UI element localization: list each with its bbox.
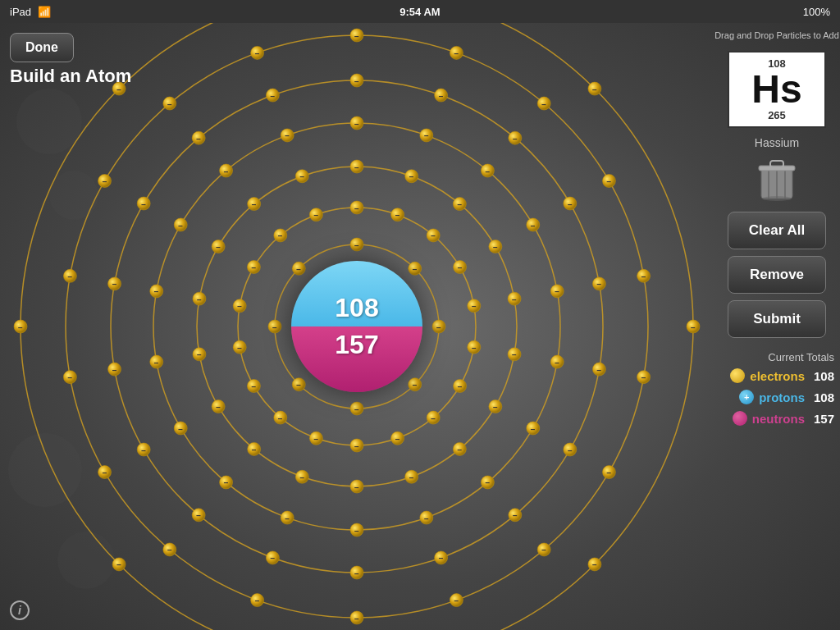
svg-text:−: − [409,172,414,181]
svg-text:−: − [439,554,444,563]
svg-text:−: − [252,382,257,391]
svg-text:−: − [354,120,359,129]
svg-text:−: − [154,287,159,296]
svg-text:−: − [541,100,546,109]
svg-text:−: − [531,425,536,434]
svg-text:−: − [597,366,602,375]
svg-text:−: − [299,172,304,181]
svg-text:−: − [424,131,429,140]
svg-text:−: − [354,77,359,86]
svg-text:−: − [196,135,201,144]
device-label: iPad [10,6,31,18]
svg-text:−: − [285,131,290,140]
svg-text:−: − [18,323,23,332]
svg-text:−: − [141,200,146,209]
submit-button[interactable]: Submit [728,300,826,338]
svg-point-230 [762,196,792,201]
element-mass: 265 [734,109,819,121]
svg-text:−: − [395,211,400,220]
svg-text:−: − [454,49,459,58]
svg-text:−: − [512,295,517,304]
svg-text:−: − [67,272,72,281]
svg-text:−: − [67,373,72,382]
status-left: iPad 📶 [10,6,51,18]
proton-dot: + [739,390,754,404]
svg-text:−: − [354,163,359,172]
svg-text:−: − [457,200,462,209]
element-symbol: Hs [734,70,819,109]
svg-text:−: − [252,445,257,454]
svg-text:−: − [354,241,359,250]
svg-text:−: − [270,92,275,101]
svg-text:−: − [299,473,304,482]
neutron-label: neutrons [752,412,805,426]
svg-text:−: − [141,446,146,455]
svg-text:−: − [485,167,490,176]
svg-text:−: − [354,527,359,536]
svg-text:−: − [531,221,536,231]
done-button[interactable]: Done [10,33,74,62]
svg-text:−: − [431,231,436,240]
svg-text:−: − [112,280,117,289]
proton-total-row: + protons 108 [719,390,834,404]
svg-text:−: − [313,435,318,444]
svg-text:−: − [224,167,229,176]
right-panel: Drag and Drop Particles to Add 108 Hs 26… [714,23,840,630]
svg-text:−: − [216,403,221,412]
main-content: Done Build an Atom i −− [0,23,840,630]
clear-all-button[interactable]: Clear All [728,212,826,249]
proton-label: protons [759,390,805,404]
svg-text:−: − [512,350,517,359]
proton-value: 108 [810,390,834,404]
current-totals: Current Totals electrons 108 + protons 1… [719,351,834,432]
svg-text:−: − [493,243,498,252]
svg-text:−: − [285,514,290,523]
svg-text:−: − [197,295,202,304]
svg-text:−: − [513,135,518,144]
svg-text:−: − [255,596,260,605]
trash-icon[interactable] [752,156,801,205]
nucleus-top: 108 [291,261,422,326]
drag-hint: Drag and Drop Particles to Add [714,30,839,41]
svg-text:−: − [354,204,359,213]
svg-text:−: − [458,382,463,391]
time-display: 9:54 AM [399,6,440,18]
neutron-value: 157 [810,412,834,426]
electron-dot [730,368,745,383]
electron-total-row: electrons 108 [719,368,834,383]
svg-text:−: − [216,243,221,252]
element-box: 108 Hs 265 [728,51,826,128]
svg-text:−: − [454,596,459,605]
svg-text:−: − [354,442,359,451]
svg-text:−: − [555,358,559,368]
svg-text:−: − [592,85,597,94]
nucleus-bottom: 157 [291,326,422,392]
svg-text:−: − [313,211,318,220]
svg-text:−: − [597,280,602,289]
svg-text:−: − [641,272,646,281]
electron-value: 108 [810,369,834,383]
svg-text:−: − [493,403,498,412]
neutron-count: 157 [335,330,378,360]
svg-text:−: − [691,323,696,332]
proton-count: 108 [335,293,378,323]
totals-title: Current Totals [719,351,834,363]
page-title: Build an Atom [10,66,131,87]
battery-indicator: 100% [803,6,830,18]
svg-text:−: − [485,478,490,487]
neutron-total-row: neutrons 157 [719,411,834,426]
svg-text:−: − [178,221,183,231]
svg-text:−: − [354,32,359,41]
atom-area: −− −−−−−−−− −−−−−−−−−−−−−−−−−− −−−−−−−−−… [0,23,714,630]
svg-text:−: − [278,231,283,240]
svg-text:−: − [167,546,172,555]
svg-text:−: − [272,323,277,332]
electron-label: electrons [750,369,805,383]
svg-text:−: − [458,263,463,272]
remove-button[interactable]: Remove [728,256,826,294]
svg-text:−: − [439,92,444,101]
info-icon[interactable]: i [10,600,30,620]
svg-text:−: − [436,323,441,332]
svg-text:−: − [354,614,359,623]
svg-text:−: − [592,560,597,569]
